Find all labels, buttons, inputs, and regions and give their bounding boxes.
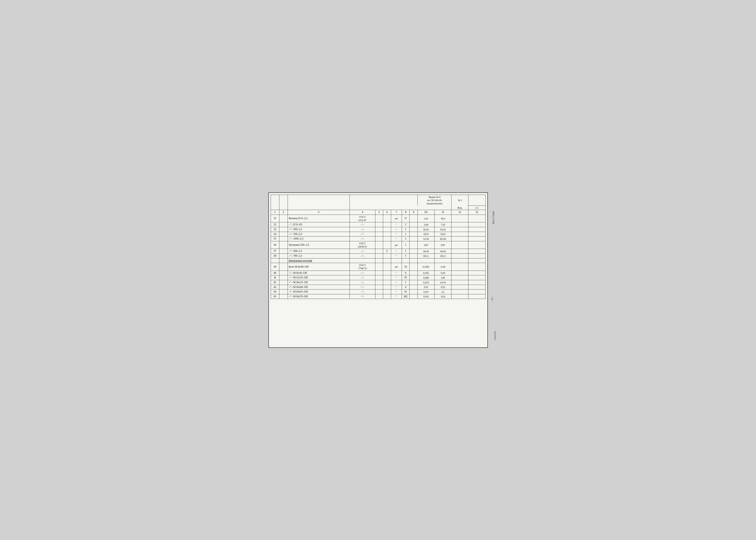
cell-5 bbox=[375, 290, 383, 294]
cell-11: 0,52 bbox=[435, 285, 451, 290]
cell-6 bbox=[383, 222, 391, 227]
cell-num: 43 bbox=[271, 285, 279, 290]
cell-11: 0,09 bbox=[435, 271, 451, 275]
cell-10: 44,44 bbox=[417, 249, 434, 254]
cell-13 bbox=[468, 249, 485, 254]
cell-12 bbox=[451, 236, 468, 241]
table-row: 38 –"– 700–2,5 –"– " I I05,3 I05,3 bbox=[271, 253, 485, 258]
cell-9 bbox=[410, 290, 418, 294]
table-row: 32 –"– ICO–IO –"– " 2 3,96 7,92 bbox=[271, 222, 485, 227]
col-header-9: 9 bbox=[410, 210, 418, 215]
table-row: 43 –"– М I6х60–OII –"– " 4 0,I3 0,52 bbox=[271, 285, 485, 290]
cell-10: 3,96 bbox=[417, 222, 434, 227]
cell-12 bbox=[451, 263, 468, 271]
cell-9 bbox=[410, 227, 418, 232]
cell-name: –"– М I2х55–OII bbox=[288, 275, 350, 280]
table-row: 37 –"– 500–2,5 –"– 2 " I 44,44 44,44 bbox=[271, 249, 485, 254]
table-row: Крепежные изделия bbox=[271, 258, 485, 263]
cell-9 bbox=[410, 249, 418, 254]
cell-name: –"– 500–2,5 bbox=[288, 249, 350, 254]
p5-label: п 5 bbox=[475, 206, 479, 209]
cell-6 bbox=[383, 241, 391, 249]
col-header-6: 6 bbox=[383, 210, 391, 215]
cell-13 bbox=[468, 236, 485, 241]
cell-7: " bbox=[391, 227, 402, 232]
table-row: 3I Фланец ICO–2,5 ГОСТI255-67 шт I7 2,I4… bbox=[271, 214, 485, 222]
cell-8: 2 bbox=[402, 222, 410, 227]
cell-7: " bbox=[391, 236, 402, 241]
cell-6 bbox=[383, 280, 391, 285]
cell-9 bbox=[410, 271, 418, 275]
cell-8: I bbox=[402, 249, 410, 254]
col-header-13: I3 bbox=[468, 210, 485, 215]
side-label-right-stamp: Сверения bbox=[494, 331, 496, 340]
cell-13 bbox=[468, 285, 485, 290]
cell-13 bbox=[468, 214, 485, 222]
cell-10: 2,I4 bbox=[417, 214, 434, 222]
cell-7: шт bbox=[391, 241, 402, 249]
cell-5 bbox=[375, 294, 383, 299]
cell-12 bbox=[451, 241, 468, 249]
cell-10: 9,87 bbox=[417, 241, 434, 249]
cell-5 bbox=[375, 236, 383, 241]
cell-7: " bbox=[391, 280, 402, 285]
cell-standard: –"– bbox=[350, 285, 375, 290]
cell-standard: –"– bbox=[350, 275, 375, 280]
cell-9 bbox=[410, 253, 418, 258]
cell-12 bbox=[451, 253, 468, 258]
cell-10: 0,076 bbox=[417, 280, 434, 285]
cell-9 bbox=[410, 294, 418, 299]
cell-12 bbox=[451, 290, 468, 294]
table-row: 44 –"– М I6х65–OII –"– " I6 0,I37 2,2 bbox=[271, 290, 485, 294]
cell-5 bbox=[375, 222, 383, 227]
cell-11: 0,58 bbox=[435, 263, 451, 271]
col-header-8: 8 bbox=[402, 210, 410, 215]
cell-11: 7,92 bbox=[435, 222, 451, 227]
cell-num: 33 bbox=[271, 227, 279, 232]
cell-5 bbox=[375, 214, 383, 222]
cell-standard: –"– bbox=[350, 222, 375, 227]
cell-9 bbox=[410, 214, 418, 222]
section-std bbox=[350, 258, 375, 263]
cell-11: I05,3 bbox=[435, 253, 451, 258]
section-13 bbox=[468, 258, 485, 263]
cell-11: 2,2 bbox=[435, 290, 451, 294]
cell-name: –"– 500–2,5 bbox=[288, 227, 350, 232]
cell-8: 6 bbox=[402, 271, 410, 275]
col-header-4: 4 bbox=[350, 210, 375, 215]
cell-10: 0,066 bbox=[417, 275, 434, 280]
cell-8: I bbox=[402, 253, 410, 258]
cell-13 bbox=[468, 232, 485, 236]
section-11 bbox=[435, 258, 451, 263]
cell-name: Заглушка 250–2,5 bbox=[288, 241, 350, 249]
cell-7: " bbox=[391, 285, 402, 290]
cell-10: I05,3 bbox=[417, 253, 434, 258]
table-row: 45 –"– М I6х70–OII –"– " I82 0,I45 26,4 bbox=[271, 294, 485, 299]
cell-standard: –"– bbox=[350, 294, 375, 299]
forma-sub2: (продолжение) bbox=[427, 202, 442, 205]
cell-9 bbox=[410, 236, 418, 241]
cell-13 bbox=[468, 280, 485, 285]
cell-5 bbox=[375, 275, 383, 280]
cell-name: –"– М I6х70–OII bbox=[288, 294, 350, 299]
cell-name: –"– 1000–2,5 bbox=[288, 236, 350, 241]
cell-11: 36,4 bbox=[435, 214, 451, 222]
col-header-12: I2 bbox=[451, 210, 468, 215]
cell-num: 35 bbox=[271, 236, 279, 241]
cell-9 bbox=[410, 241, 418, 249]
side-label-right-top: 90I-3-77I(II) bbox=[492, 211, 495, 224]
izm-label: Изм. bbox=[457, 206, 462, 209]
cell-col2 bbox=[279, 280, 288, 285]
cell-12 bbox=[451, 222, 468, 227]
cell-standard: –"– bbox=[350, 290, 375, 294]
cell-standard: –"– bbox=[350, 249, 375, 254]
cell-standard: –"– bbox=[350, 232, 375, 236]
cell-13 bbox=[468, 294, 485, 299]
cell-10: 29,I5 bbox=[417, 232, 434, 236]
cell-8: 52 bbox=[402, 263, 410, 271]
cell-10: 0,I3 bbox=[417, 285, 434, 290]
cell-12 bbox=[451, 285, 468, 290]
cell-7: " bbox=[391, 271, 402, 275]
section-name: Крепежные изделия bbox=[288, 258, 350, 263]
cell-5 bbox=[375, 280, 383, 285]
